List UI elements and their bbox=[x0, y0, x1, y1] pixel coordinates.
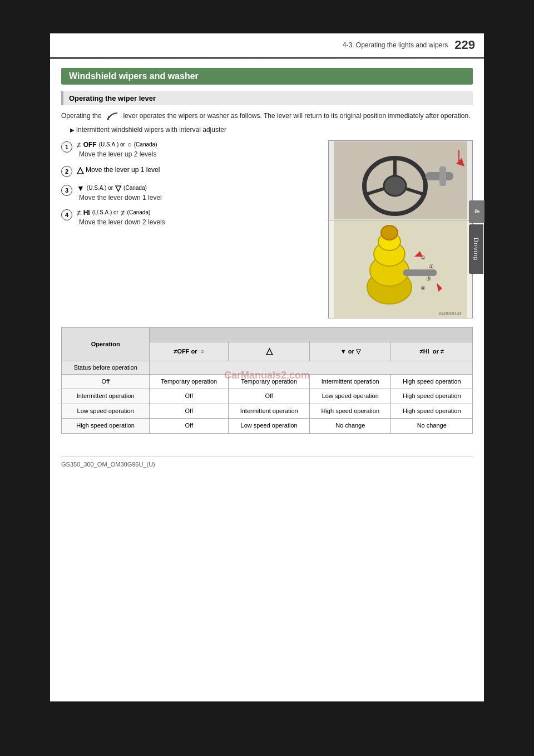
cell-4-3: No change bbox=[310, 419, 391, 433]
op1-canada-symbol: ○ bbox=[127, 140, 132, 149]
footer: GS350_300_OM_OM30G96U_(U) bbox=[61, 456, 473, 468]
status-spacer bbox=[150, 361, 473, 374]
op-number-3: 3 bbox=[61, 185, 72, 196]
col-header-1: ≠OFF or ○ bbox=[150, 342, 229, 361]
status-header-label: Status before operation bbox=[62, 361, 150, 374]
svg-rect-15 bbox=[403, 269, 437, 276]
header-op-label: Operation bbox=[66, 340, 145, 348]
col-header-2: △ bbox=[229, 342, 310, 361]
side-tab-number: 4 bbox=[469, 200, 484, 223]
op2-label: Move the lever up 1 level bbox=[86, 166, 160, 174]
cell-1-3: Intermittent operation bbox=[310, 375, 391, 389]
op-content-2: △ Move the lever up 1 level bbox=[77, 165, 323, 176]
table-row: High speed operation Off Low speed opera… bbox=[62, 419, 473, 433]
op-number-1: 1 bbox=[61, 141, 72, 153]
op1-wiper-symbol: ≠ bbox=[77, 140, 81, 149]
op-main-4: ≠ HI (U.S.A.) or ≠ (Canada) bbox=[77, 208, 323, 217]
op1-canada: (Canada) bbox=[134, 141, 157, 148]
wiper-icon bbox=[106, 111, 119, 121]
body-text-2: lever operates the wipers or washer as f… bbox=[123, 112, 470, 120]
op-main-1: ≠ OFF (U.S.A.) or ○ (Canada) bbox=[77, 140, 323, 149]
op-number-4: 4 bbox=[61, 209, 72, 220]
table-container: CarManuals2.com Operation ≠OFF or ○ bbox=[61, 327, 473, 434]
page-number: 229 bbox=[454, 38, 475, 52]
page: 4-3. Operating the lights and wipers 229… bbox=[50, 33, 484, 701]
table-status-header: Status before operation bbox=[62, 361, 473, 374]
svg-text:③: ③ bbox=[426, 276, 431, 282]
col-header-3: ▼ or ▽ bbox=[310, 342, 391, 361]
col-header-4: ≠HI or ≠ bbox=[391, 342, 473, 361]
op1-sub: Move the lever up 2 levels bbox=[77, 150, 323, 158]
operation-table: Operation ≠OFF or ○ △ ▼ or ▽ bbox=[61, 327, 473, 434]
section-title: Windshield wipers and washer bbox=[61, 68, 473, 85]
op3-symbol-usa: ▼ bbox=[77, 184, 85, 193]
side-tab-container: 4 Driving bbox=[469, 200, 484, 274]
diagram-area: ① ② ③ ④ IN43G5142 bbox=[328, 140, 473, 318]
status-off: Off bbox=[62, 375, 150, 389]
op-main-2: △ Move the lever up 1 level bbox=[77, 165, 323, 175]
main-content: Windshield wipers and washer Operating t… bbox=[50, 61, 484, 479]
cell-3-4: High speed operation bbox=[391, 404, 473, 418]
svg-point-14 bbox=[381, 225, 398, 240]
cell-4-2: Low speed operation bbox=[229, 419, 310, 433]
header-operation: Operation bbox=[62, 327, 150, 361]
cell-3-3: High speed operation bbox=[310, 404, 391, 418]
cell-4-1: Off bbox=[150, 419, 229, 433]
subsection-title: Operating the wiper lever bbox=[61, 91, 473, 105]
op4-sub: Move the lever down 2 levels bbox=[77, 218, 323, 226]
status-intermittent: Intermittent operation bbox=[62, 389, 150, 404]
op-content-1: ≠ OFF (U.S.A.) or ○ (Canada) Move the le… bbox=[77, 140, 323, 158]
body-paragraph: Operating the lever operates the wipers … bbox=[61, 111, 473, 121]
cell-1-1: Temporary operation bbox=[150, 375, 229, 389]
cell-3-2: Intermittent operation bbox=[229, 404, 310, 418]
body-text-1: Operating the bbox=[61, 112, 102, 120]
status-low-speed: Low speed operation bbox=[62, 404, 150, 418]
table-body: Off Temporary operation Temporary operat… bbox=[62, 375, 473, 434]
table-row: Off Temporary operation Temporary operat… bbox=[62, 375, 473, 389]
op1-usa: (U.S.A.) or bbox=[99, 141, 125, 148]
svg-text:②: ② bbox=[429, 263, 434, 269]
op4-canada: (Canada) bbox=[127, 209, 151, 215]
op-item-3: 3 ▼ (U.S.A.) or ▽ (Canada) Move the leve… bbox=[61, 184, 323, 202]
table-row: Low speed operation Off Intermittent ope… bbox=[62, 404, 473, 418]
op-item-2: 2 △ Move the lever up 1 level bbox=[61, 165, 323, 177]
lever-diagram: ① ② ③ ④ IN43G5142 bbox=[334, 220, 467, 318]
op1-label: OFF bbox=[83, 141, 97, 149]
header-colspan bbox=[150, 327, 473, 342]
diagram-top bbox=[329, 141, 472, 220]
diagram-bottom: ① ② ③ ④ IN43G5142 bbox=[329, 220, 472, 318]
op4-label: HI bbox=[83, 209, 90, 217]
op-content-4: ≠ HI (U.S.A.) or ≠ (Canada) Move the lev… bbox=[77, 208, 323, 226]
op4-wiper-symbol: ≠ bbox=[77, 208, 81, 217]
op-item-4: 4 ≠ HI (U.S.A.) or ≠ (Canada) Move the l… bbox=[61, 208, 323, 226]
op-item-1: 1 ≠ OFF (U.S.A.) or ○ (Canada) Move the … bbox=[61, 140, 323, 158]
cell-2-1: Off bbox=[150, 389, 229, 404]
cell-2-3: Low speed operation bbox=[310, 389, 391, 404]
steering-diagram bbox=[334, 141, 467, 219]
op4-canada-symbol: ≠ bbox=[121, 208, 125, 217]
page-header: 4-3. Operating the lights and wipers 229 bbox=[50, 33, 484, 58]
table-header-row: Operation bbox=[62, 327, 473, 342]
chapter-title: 4-3. Operating the lights and wipers bbox=[59, 41, 448, 49]
cell-4-4: No change bbox=[391, 419, 473, 433]
cell-2-2: Off bbox=[229, 389, 310, 404]
op3-canada: (Canada) bbox=[123, 185, 147, 191]
op3-sub: Move the lever down 1 level bbox=[77, 194, 323, 202]
table-row: Intermittent operation Off Off Low speed… bbox=[62, 389, 473, 404]
svg-rect-0 bbox=[107, 119, 109, 120]
cell-1-2: Temporary operation bbox=[229, 375, 310, 389]
svg-text:IN43G5142: IN43G5142 bbox=[439, 311, 462, 316]
cell-3-1: Off bbox=[150, 404, 229, 418]
op4-usa: (U.S.A.) or bbox=[92, 209, 118, 215]
main-layout: 1 ≠ OFF (U.S.A.) or ○ (Canada) Move the … bbox=[61, 140, 473, 318]
status-high-speed: High speed operation bbox=[62, 419, 150, 433]
diagram-box: ① ② ③ ④ IN43G5142 bbox=[328, 140, 473, 318]
operations-list: 1 ≠ OFF (U.S.A.) or ○ (Canada) Move the … bbox=[61, 140, 323, 318]
op3-usa: (U.S.A.) or bbox=[87, 185, 113, 191]
cell-1-4: High speed operation bbox=[391, 375, 473, 389]
op-content-3: ▼ (U.S.A.) or ▽ (Canada) Move the lever … bbox=[77, 184, 323, 202]
cell-2-4: High speed operation bbox=[391, 389, 473, 404]
col4-wiper2: ≠ bbox=[441, 348, 444, 355]
bullet-text: Intermittent windshield wipers with inte… bbox=[61, 125, 473, 135]
op-number-2: 2 bbox=[61, 166, 72, 177]
